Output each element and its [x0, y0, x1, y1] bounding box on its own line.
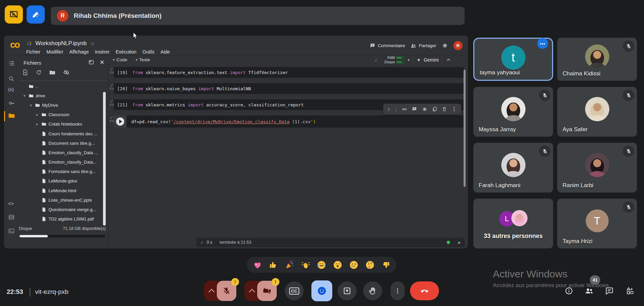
tree-caret-icon[interactable]: ▸	[35, 122, 39, 126]
more-options-button[interactable]	[391, 281, 405, 300]
cell-comment-icon[interactable]	[412, 106, 417, 112]
pane-layout-icon[interactable]	[88, 59, 94, 65]
colab-account-avatar[interactable]: R	[453, 41, 463, 50]
menu-aide[interactable]: Aide	[161, 49, 170, 55]
reaction-thinking[interactable]	[365, 260, 375, 270]
cell-settings-icon[interactable]	[422, 106, 428, 112]
search-icon[interactable]	[8, 75, 15, 83]
reaction-sparkling-heart[interactable]	[252, 260, 263, 270]
participant-tile[interactable]: L33 autres personnes	[473, 199, 553, 248]
file-tree-item[interactable]: Liste_chinee-enC.pptx	[19, 195, 104, 205]
notebook-title[interactable]: WorkshopNLP.ipynb	[35, 40, 87, 47]
participants-button[interactable]	[581, 283, 597, 299]
code-cell[interactable]: [19]from sklearn.feature_extraction.text…	[114, 67, 464, 78]
terminal-icon[interactable]	[8, 228, 15, 235]
files-scrollbar[interactable]	[103, 92, 106, 226]
end-call-button[interactable]	[410, 281, 439, 300]
participant-tile[interactable]: Aya Safer	[557, 87, 637, 137]
add-code-button[interactable]: + Code	[112, 57, 127, 62]
mount-drive-icon[interactable]	[49, 69, 56, 76]
colab-logo[interactable]: co	[10, 40, 20, 50]
close-panel-icon[interactable]: ✕	[100, 59, 104, 66]
file-tree-item[interactable]: TD2 algèbre LSIM1.pdf	[19, 214, 104, 224]
file-tree-item[interactable]: ▸Colab Notebooks	[19, 120, 104, 129]
move-cell-down-icon[interactable]: ↓	[395, 106, 397, 112]
reaction-joy[interactable]	[316, 260, 327, 270]
star-icon[interactable]: ☆	[90, 40, 95, 47]
file-tree-item[interactable]: Cours fondements des ...	[19, 129, 104, 138]
tree-caret-icon[interactable]: ▾	[22, 94, 27, 98]
file-tree-item[interactable]: ▸Classroom	[19, 110, 104, 120]
collapse-header-icon[interactable]	[446, 57, 451, 63]
secrets-key-icon[interactable]	[8, 100, 15, 107]
file-tree-item[interactable]: ▾drive	[19, 91, 104, 100]
tree-caret-icon[interactable]: ▸	[35, 113, 39, 116]
command-palette-icon[interactable]	[8, 214, 15, 221]
participant-tile[interactable]: TTayma Hrizi	[557, 199, 637, 248]
file-tree-item[interactable]: Formulaire sans titre.g...	[19, 167, 104, 176]
toc-icon[interactable]	[8, 60, 15, 67]
file-tree-item[interactable]: LeMonde.html	[19, 186, 104, 195]
settings-gear-icon[interactable]	[442, 42, 448, 49]
gemini-button[interactable]: Gemini	[416, 57, 438, 63]
menu-exécution[interactable]: Exécution	[116, 49, 136, 55]
participant-tile[interactable]: Mayssa Jarray	[473, 87, 553, 137]
menu-outils[interactable]: Outils	[142, 49, 155, 55]
meeting-info-button[interactable]	[561, 283, 577, 299]
present-screen-button[interactable]	[338, 281, 357, 300]
files-icon[interactable]	[8, 112, 15, 120]
cell-delete-icon[interactable]	[442, 106, 447, 112]
chat-button[interactable]	[601, 283, 617, 299]
move-cell-up-icon[interactable]: ↑	[387, 106, 390, 112]
menu-insérer[interactable]: Insérer	[95, 49, 110, 55]
annotation-pen-button[interactable]	[27, 5, 45, 24]
share-button[interactable]: Partager	[410, 43, 436, 49]
reaction-cry[interactable]	[348, 260, 359, 270]
tree-caret-icon[interactable]: ▾	[29, 103, 33, 107]
upload-file-icon[interactable]	[22, 69, 28, 76]
tile-more-options-button[interactable]: •••	[537, 38, 548, 49]
participant-tile[interactable]: Ranim Larbi	[557, 143, 637, 193]
menu-modifier[interactable]: Modifier	[46, 49, 63, 55]
reactions-button[interactable]	[311, 280, 332, 301]
file-tree-item[interactable]: ..	[19, 81, 104, 91]
variables-icon[interactable]: {x}	[8, 87, 15, 94]
file-tree-item[interactable]: Emotion_classify_Data...	[19, 158, 104, 167]
reaction-thumbs-down[interactable]	[380, 260, 391, 270]
activities-button[interactable]	[622, 283, 638, 299]
cell-link-icon[interactable]	[402, 106, 407, 112]
cell-more-icon[interactable]: ⋮	[452, 106, 457, 112]
resources-dropdown-icon[interactable]: ▾	[408, 58, 410, 62]
add-text-button[interactable]: + Texte	[135, 57, 150, 62]
resource-meter[interactable]: RAM Disque	[381, 56, 404, 64]
captions-button[interactable]: CC	[285, 281, 304, 300]
reaction-thumbs-up[interactable]	[268, 260, 279, 270]
run-cell-button[interactable]	[114, 115, 127, 128]
comment-button[interactable]: Commentaire	[370, 43, 405, 48]
status-close-icon[interactable]: ×	[457, 240, 461, 245]
refresh-icon[interactable]	[36, 69, 42, 76]
camera-off-button[interactable]: !	[257, 281, 277, 301]
file-tree-item[interactable]: Document sans titre.g...	[19, 138, 104, 148]
raise-hand-button[interactable]	[363, 281, 382, 300]
file-tree-item[interactable]: ▾MyDrive	[19, 100, 104, 110]
cell-mirror-icon[interactable]	[432, 106, 437, 112]
menu-fichier[interactable]: Fichier	[26, 49, 40, 55]
file-tree-item[interactable]: Emotion_classify_Data ...	[19, 148, 104, 157]
reaction-open-mouth[interactable]	[332, 260, 343, 270]
file-tree-item[interactable]: LeMonde.gdoc	[19, 176, 104, 186]
mic-muted-button[interactable]: !	[217, 281, 236, 301]
menu-affichage[interactable]: Affichage	[69, 49, 89, 55]
stop-presentation-tile-button[interactable]	[5, 5, 23, 24]
participant-tile[interactable]: Chaima Kidissi	[557, 38, 637, 81]
file-tree-item[interactable]: Questionnaire vierge.g...	[19, 205, 104, 214]
participant-tile[interactable]: Farah Laghmani	[473, 143, 553, 193]
code-snippets-icon[interactable]: <>	[8, 201, 15, 208]
reaction-clap[interactable]	[300, 260, 311, 270]
reaction-party-popper[interactable]	[284, 260, 295, 270]
hidden-files-eye-icon[interactable]	[63, 69, 70, 76]
code-cell[interactable]: df=pd.read_csv('/content/drive/MyDrive/E…	[114, 115, 464, 128]
participant-tile[interactable]: ttayma yahyaoui•••	[473, 38, 553, 81]
notebook-scrollbar[interactable]	[464, 70, 466, 187]
code-cell[interactable]: [20]from sklearn.naive_bayes import Mult…	[114, 83, 464, 94]
